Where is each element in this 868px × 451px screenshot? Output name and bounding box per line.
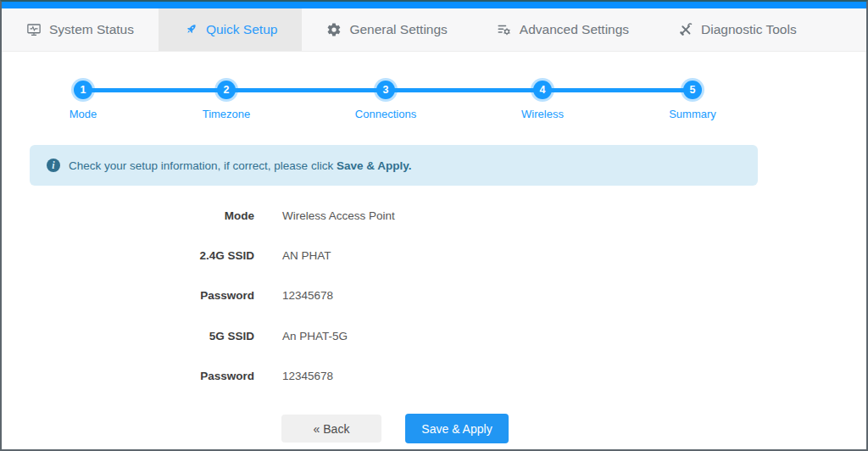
window-top-accent-bar [2,2,866,8]
summary-row-24g-password: Password 12345678 [2,289,595,302]
field-value: An PHAT-5G [282,330,348,342]
info-icon: i [47,159,60,172]
crossed-tools-icon [678,22,693,37]
tab-quick-setup[interactable]: Quick Setup [159,8,302,51]
tab-diagnostic-tools[interactable]: Diagnostic Tools [654,8,821,51]
save-apply-button[interactable]: Save & Apply [405,414,509,443]
step-circle: 1 [74,81,92,99]
summary-row-24g-ssid: 2.4G SSID AN PHAT [2,249,595,262]
step-label: Connections [322,108,449,120]
gear-icon [326,22,342,37]
banner-text: Check your setup information, if correct… [69,159,411,172]
tab-label: Diagnostic Tools [701,22,797,37]
summary-row-5g-password: Password 12345678 [2,370,595,382]
quick-setup-summary-page: 1 Mode 2 Timezone 3 Connections 4 Wirele… [2,52,866,448]
tab-label: Quick Setup [206,22,277,37]
tab-advanced-settings[interactable]: Advanced Settings [472,8,654,51]
step-circle: 4 [533,81,552,99]
step-timezone[interactable]: 2 Timezone [163,81,290,120]
field-value: Wireless Access Point [282,209,395,222]
field-value: AN PHAT [282,249,331,262]
step-mode[interactable]: 1 Mode [19,81,147,120]
monitor-pulse-icon [26,22,42,37]
back-button[interactable]: « Back [281,415,381,443]
step-circle: 2 [217,81,236,99]
main-nav-tabbar: System Status Quick Setup General Settin… [2,8,866,52]
step-summary[interactable]: 5 Summary [629,81,756,120]
tab-label: Advanced Settings [520,22,629,37]
field-label: Password [2,289,254,302]
field-value: 12345678 [282,370,333,382]
tab-system-status[interactable]: System Status [2,8,159,51]
step-label: Mode [19,108,147,120]
tab-label: General Settings [349,22,447,37]
router-setup-window: System Status Quick Setup General Settin… [0,0,868,451]
step-label: Timezone [163,108,290,120]
field-label: 2.4G SSID [2,249,254,262]
rocket-icon [183,22,198,37]
step-wireless[interactable]: 4 Wireless [479,81,606,120]
step-circle: 5 [683,81,702,99]
step-circle: 3 [376,81,395,99]
step-connections[interactable]: 3 Connections [322,81,449,120]
tab-general-settings[interactable]: General Settings [302,8,471,51]
field-label: Mode [2,209,254,222]
field-value: 12345678 [282,289,333,302]
field-label: 5G SSID [2,330,254,342]
tab-label: System Status [49,22,134,37]
list-gear-icon [497,22,512,37]
step-label: Summary [629,108,756,120]
summary-row-5g-ssid: 5G SSID An PHAT-5G [2,330,595,342]
field-label: Password [2,370,254,382]
summary-row-mode: Mode Wireless Access Point [2,209,595,222]
info-banner: i Check your setup information, if corre… [30,145,758,186]
step-label: Wireless [479,108,606,120]
